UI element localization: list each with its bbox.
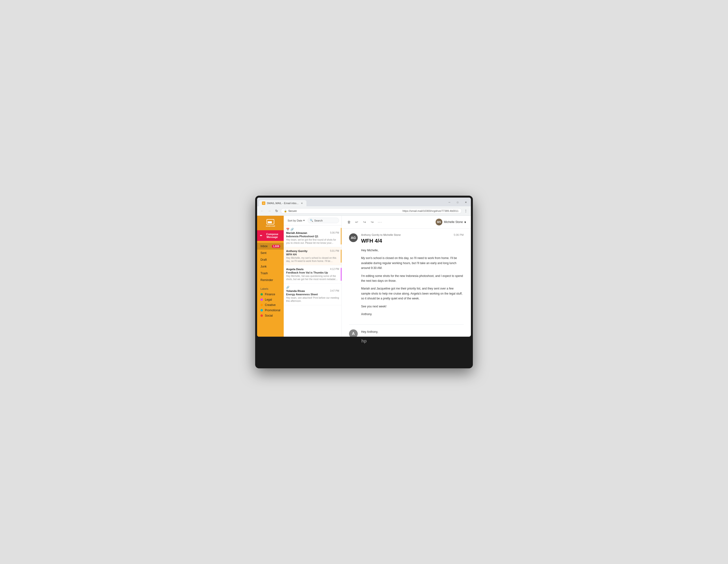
logo-icon (267, 219, 274, 224)
nav-section: Inbox 1,939 Sent Draft Junk Trash (257, 241, 284, 285)
tab-title: SMAIL.MAIL - Email inbo... (267, 202, 299, 205)
email-1-header: Mariah Almazan 5:06 PM (286, 231, 339, 234)
detail-toolbar: 🗑 ↩ ↩ ↪ ··· MS Michelle Stone ▾ (342, 216, 471, 229)
sort-button[interactable]: Sort by Date ▾ (286, 218, 306, 223)
email-3-header: Angela Davis 4:12 PM (286, 268, 339, 271)
email-list: 📅 🔗 Mariah Almazan 5:06 PM Indonesia Pho… (284, 225, 342, 337)
email-detail-subject: WFH 4/4 (361, 238, 464, 244)
email-4-subject: Energy Awareness Sheet (286, 293, 339, 296)
email-4-icons: 🔗 (286, 286, 339, 289)
email-item-3[interactable]: Angela Davis 4:12 PM Feedback from Val i… (284, 265, 342, 283)
email-item-4[interactable]: 🔗 Yolanda Rivas 3:47 PM Energy Awareness… (284, 283, 342, 305)
sidebar-item-label: Trash (260, 272, 268, 275)
label-social[interactable]: Social (260, 313, 280, 318)
sidebar-item-trash[interactable]: Trash (257, 270, 284, 277)
browser-tab[interactable]: ✉ SMAIL.MAIL - Email inbo... ✕ (259, 200, 306, 206)
email-detail-body: Hey Michelle, My son's school is closed … (361, 248, 464, 317)
body-p2: My son's school is closed on this day, s… (361, 256, 464, 270)
attachment-icon: 🔗 (290, 228, 294, 231)
email-4-header: Yolanda Rivas 3:47 PM (286, 289, 339, 292)
user-avatar: MS (436, 219, 442, 225)
secure-icon: 🔒 (284, 210, 287, 212)
labels-section: Labels Finance Legal Creative (257, 285, 284, 320)
sidebar-item-label: Inbox (260, 245, 267, 248)
reload-button[interactable]: ↻ (274, 208, 280, 214)
user-name: Michelle Stone (444, 220, 463, 224)
email-item-2[interactable]: Anthony Gorrity 5:01 PM WFH 4/4 Hey Mich… (284, 247, 342, 265)
sidebar-item-sent[interactable]: Sent (257, 250, 284, 256)
label-finance[interactable]: Finance (260, 292, 280, 297)
browser-chrome: ✉ SMAIL.MAIL - Email inbo... ✕ ─ □ ✕ ← →… (257, 198, 471, 216)
body-p3: I'm editing some shots for the new Indon… (361, 274, 464, 283)
email-detail-from: Anthony Gorrity to Michelle Stone (361, 233, 401, 236)
reply-all-button[interactable]: ↩ (361, 219, 368, 225)
social-dot (260, 314, 263, 317)
reply-avatar: A (349, 329, 358, 337)
email-3-accent (341, 268, 342, 281)
body-p5: See you next week! (361, 304, 464, 309)
email-detail-meta: Anthony Gorrity to Michelle Stone 5:06 P… (361, 233, 464, 236)
browser-menu-button[interactable]: ⋮ (463, 208, 469, 214)
search-button[interactable]: 🔍 Search (308, 218, 339, 223)
monitor-base (337, 364, 391, 368)
logo-area: smail.mail (257, 216, 284, 230)
minimize-button[interactable]: ─ (446, 199, 453, 205)
sidebar-item-reminder[interactable]: Reminder (257, 277, 284, 283)
label-creative-text: Creative (265, 303, 276, 307)
email-detail-panel: 🗑 ↩ ↩ ↪ ··· MS Michelle Stone ▾ (342, 216, 471, 337)
sidebar-item-junk[interactable]: Junk (257, 263, 284, 270)
body-p1: Hey Michelle, (361, 248, 464, 253)
email-3-preview: Hey Michelle, Val was questioning some o… (286, 275, 339, 281)
sidebar-item-inbox[interactable]: Inbox 1,939 (257, 243, 284, 250)
email-4-preview: Hey team, see attached! Print before our… (286, 296, 339, 303)
reply-button[interactable]: ↩ (353, 219, 360, 225)
maximize-button[interactable]: □ (454, 199, 461, 205)
email-detail-content: AG Anthony Gorrity to Michelle Stone 5:0… (342, 229, 471, 337)
label-legal[interactable]: Legal (260, 297, 280, 302)
sidebar-item-draft[interactable]: Draft (257, 256, 284, 263)
screen-bezel: ✉ SMAIL.MAIL - Email inbo... ✕ ─ □ ✕ ← →… (257, 198, 471, 337)
search-label: Search (314, 219, 323, 222)
monitor-shell: ✉ SMAIL.MAIL - Email inbo... ✕ ─ □ ✕ ← →… (255, 196, 473, 368)
sidebar-item-label: Reminder (260, 278, 273, 282)
tab-bar: ✉ SMAIL.MAIL - Email inbo... ✕ ─ □ ✕ (257, 198, 471, 206)
delete-button[interactable]: 🗑 (346, 219, 352, 225)
calendar-icon: 📅 (286, 228, 290, 231)
tab-close-button[interactable]: ✕ (300, 201, 304, 205)
hp-logo: hp (257, 337, 471, 345)
label-promotional-text: Promotional (265, 309, 280, 312)
close-window-button[interactable]: ✕ (463, 199, 469, 205)
forward-button[interactable]: ↪ (369, 219, 376, 225)
forward-button[interactable]: → (266, 208, 273, 214)
sidebar-item-label: Junk (260, 265, 267, 268)
email-2-sender: Anthony Gorrity (286, 250, 307, 252)
user-menu-button[interactable]: MS Michelle Stone ▾ (435, 218, 467, 226)
email-item-1[interactable]: 📅 🔗 Mariah Almazan 5:06 PM Indonesia Pho… (284, 225, 342, 247)
compose-button[interactable]: ✏ Compose Message (257, 230, 284, 241)
back-button[interactable]: ← (259, 208, 265, 214)
email-2-preview: Hey Michelle, my son's school is closed … (286, 256, 339, 263)
creative-dot (260, 304, 263, 306)
label-promotional[interactable]: Promotional (260, 308, 280, 313)
email-4-time: 3:47 PM (330, 289, 339, 292)
compose-label: Compose Message (264, 233, 281, 238)
address-bar[interactable]: 🔒 Secure https://smail.mail/10300/nrgdri… (281, 208, 462, 214)
more-button[interactable]: ··· (377, 219, 383, 225)
compose-icon: ✏ (260, 234, 262, 237)
user-chevron-icon: ▾ (464, 220, 466, 224)
nav-bar: ← → ↻ 🔒 Secure https://smail.mail/10300/… (257, 206, 471, 215)
label-legal-text: Legal (265, 298, 272, 301)
sort-chevron-icon: ▾ (303, 219, 305, 222)
label-social-text: Social (265, 314, 273, 317)
email-2-time: 5:01 PM (330, 250, 339, 252)
email-2-header: Anthony Gorrity 5:01 PM (286, 250, 339, 252)
email-list-panel: Sort by Date ▾ 🔍 Search 📅 🔗 (284, 216, 342, 337)
secure-label: Secure (288, 209, 401, 212)
sidebar-item-label: Draft (260, 258, 267, 261)
sidebar-item-label: Sent (260, 251, 267, 255)
logo-text: smail.mail (266, 225, 275, 227)
email-1-subject: Indonesia Photoshoot Q1 (286, 235, 339, 238)
email-3-sender: Angela Davis (286, 268, 304, 271)
email-1-accent (341, 228, 342, 245)
label-creative[interactable]: Creative (260, 302, 280, 308)
